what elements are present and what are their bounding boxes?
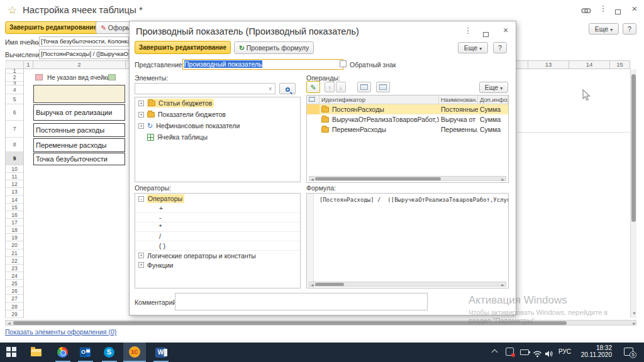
search-button[interactable] (279, 83, 296, 94)
representation-input[interactable]: Производный показатель (182, 59, 343, 70)
window-more-button[interactable]: Еще▾ (589, 23, 619, 35)
move-up-button[interactable]: ↑ (325, 82, 335, 92)
grid-row-header-9[interactable]: 9 (6, 152, 23, 165)
clock[interactable]: 18:32 20.11.2020 (575, 344, 612, 358)
operand-row[interactable]: ПостоянРасходыПостоянные...Сумма (307, 104, 508, 114)
grid-row-header-25[interactable]: 25 (6, 280, 23, 287)
grid-row-header-6[interactable]: 6 (6, 104, 23, 121)
element-tree-item[interactable]: +↻Нефинансовые показатели (135, 120, 300, 131)
formula-hscrollbar[interactable]: ◄ ► (309, 282, 506, 287)
favorite-star-icon[interactable]: ☆ (8, 4, 17, 17)
element-tree-item[interactable]: Ячейка таблицы (135, 131, 300, 143)
grid-row-header-24[interactable]: 24 (6, 272, 23, 280)
inverse-sign-checkbox[interactable] (340, 60, 347, 67)
grid-row-header-16[interactable]: 16 (6, 211, 23, 219)
maximize-icon[interactable] (615, 6, 621, 17)
grid-row-header-7[interactable]: 7 (6, 121, 23, 138)
word-icon[interactable]: W (155, 348, 166, 358)
operator-item[interactable]: ( ) (135, 241, 300, 251)
grid-col-header-1[interactable]: 1 (24, 60, 33, 69)
dialog-menu-dots-icon[interactable]: ⋮ (462, 26, 474, 35)
grid-col-header-13[interactable]: 13 (528, 60, 569, 69)
elements-search-input[interactable]: × (135, 83, 275, 94)
formula-editor[interactable]: [ПостоянРасходы] / ([ВыручкаОтРеализаТов… (306, 193, 509, 288)
comment-textarea[interactable] (175, 293, 428, 310)
grid-row-header-11[interactable]: 11 (6, 173, 23, 180)
element-tree-item[interactable]: +Показатели бюджетов (135, 109, 300, 120)
element-tree-item[interactable]: +Статьи бюджетов (135, 97, 300, 109)
column-name[interactable]: Наименован... (439, 96, 478, 104)
dialog-close-icon[interactable]: × (499, 25, 512, 35)
column-info[interactable]: Доп.информаци (478, 96, 508, 104)
grid-row-header-1[interactable]: 1 (6, 69, 23, 74)
grid-corner-cell[interactable] (5, 60, 24, 69)
get-link-icon[interactable] (581, 6, 591, 17)
skype-icon[interactable]: S (104, 347, 114, 358)
check-formula-button[interactable]: ↻ Проверить формулу (234, 41, 314, 54)
calculation-input[interactable]: [ПостоянРасходы] / ([ВыручкаОтР (39, 49, 129, 59)
grid-col-header-2[interactable]: 2 (33, 60, 126, 69)
volume-icon[interactable] (545, 349, 553, 360)
wifi-icon[interactable] (533, 349, 542, 360)
grid-row-header-19[interactable]: 19 (6, 234, 23, 241)
expand-icon[interactable]: + (138, 253, 144, 258)
vertical-scroll-thumb[interactable] (631, 74, 636, 222)
grid-row-header-26[interactable]: 26 (6, 287, 23, 295)
grid-row-header-8[interactable]: 8 (6, 138, 23, 152)
move-down-button[interactable]: ↓ (336, 82, 346, 92)
expand-icon[interactable]: + (138, 123, 144, 129)
dialog-maximize-icon[interactable] (483, 28, 489, 40)
operator-item[interactable]: / (135, 232, 300, 241)
grid-row-header-23[interactable]: 23 (6, 265, 23, 272)
operands-more-button[interactable]: Еще▾ (479, 82, 508, 93)
grid-cell-row-9[interactable]: Точка безубыточности (33, 153, 125, 165)
grid-vertical-scrollbar[interactable]: ▼ (630, 69, 636, 318)
grid-row-header-29[interactable]: 29 (6, 310, 23, 318)
horizontal-scroll-thumb[interactable] (13, 321, 567, 325)
formula-scroll-thumb[interactable] (315, 283, 344, 286)
tray-expand-chevron-icon[interactable] (492, 350, 497, 354)
grid-row-header-4[interactable]: 4 (6, 85, 23, 94)
grid-row-header-20[interactable]: 20 (6, 241, 23, 249)
dialog-more-button[interactable]: Еще▾ (458, 42, 488, 53)
grid-row-header-13[interactable]: 13 (6, 188, 23, 195)
operand-row[interactable]: ПеременРасходыПеременны...Сумма (307, 124, 508, 134)
grid-cell-row-6[interactable]: Выручка от реализации (33, 104, 125, 121)
outlook-icon[interactable] (80, 348, 91, 357)
grid-row-header-15[interactable]: 15 (6, 204, 23, 211)
grid-col-header-15[interactable]: 15 (610, 60, 630, 69)
grid-row-header-28[interactable]: 28 (6, 303, 23, 310)
close-icon[interactable]: × (628, 3, 641, 14)
dialog-help-button[interactable]: ? (493, 42, 507, 53)
chrome-icon[interactable] (57, 347, 68, 358)
edit-operand-button[interactable]: ✎ (306, 81, 320, 93)
operands-hscrollbar[interactable]: ◄ ► (309, 176, 506, 181)
grid-row-header-17[interactable]: 17 (6, 219, 23, 226)
grid-row-header-14[interactable]: 14 (6, 196, 23, 204)
language-indicator[interactable]: РУС (558, 348, 571, 355)
tray-app-notification-icon[interactable] (506, 348, 514, 356)
grid-row-header-27[interactable]: 27 (6, 295, 23, 302)
collapse-icon[interactable]: - (138, 196, 144, 202)
scroll-left-arrow-icon[interactable]: ◄ (7, 321, 11, 326)
grid-row-header-5[interactable]: 5 (6, 94, 23, 104)
operator-item[interactable]: * (135, 222, 300, 232)
grid-cell-row-7[interactable]: Постоянные расходы (33, 123, 125, 137)
1c-app-active-tile[interactable]: 1С (123, 343, 146, 362)
window-menu-dots-icon[interactable]: ⋮ (597, 4, 609, 13)
grid-col-header-14[interactable]: 14 (569, 60, 610, 69)
cell-name-input[interactable]: [Точка безубыточности, Колонка] (39, 36, 129, 47)
grid-row-header-12[interactable]: 12 (6, 180, 23, 188)
battery-icon[interactable] (520, 349, 529, 355)
expand-icon[interactable]: + (138, 262, 144, 268)
grid-row-header-2[interactable]: 2 (6, 74, 23, 82)
operator-item[interactable]: + (135, 204, 300, 213)
grid-row-header-10[interactable]: 10 (6, 165, 23, 173)
column-identifier[interactable]: Идентификатор (319, 96, 439, 104)
dialog-finish-editing-button[interactable]: Завершить редактирование (135, 41, 231, 54)
show-format-elements-link[interactable]: Показать элементы оформления (0) (5, 328, 116, 336)
grid-row-header-22[interactable]: 22 (6, 257, 23, 265)
start-button[interactable] (6, 347, 16, 357)
table-view-button-2[interactable] (376, 82, 390, 92)
operators-root-item[interactable]: -Операторы (135, 194, 300, 204)
